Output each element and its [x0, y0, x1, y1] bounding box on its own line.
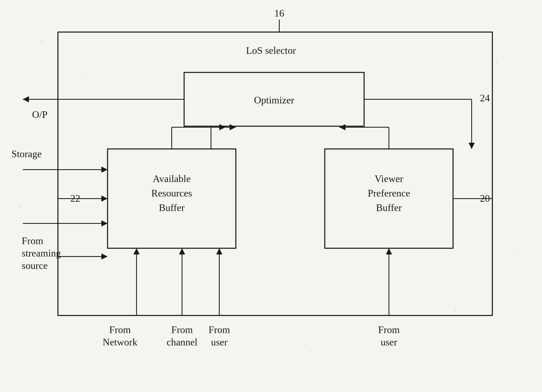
svg-point-43	[496, 61, 497, 63]
svg-point-41	[82, 72, 83, 73]
arb-label-3: Buffer	[159, 202, 184, 213]
op-label: O/P	[32, 109, 48, 120]
from-network-label-1: From	[109, 324, 131, 335]
from-channel-label-1: From	[171, 324, 193, 335]
svg-point-44	[455, 310, 456, 311]
from-user-vpb-label-1: From	[378, 324, 400, 335]
vpb-label-1: Viewer	[375, 173, 403, 184]
from-user-arb-label-2: user	[211, 337, 228, 348]
from-streaming-label-2: streaming	[22, 248, 61, 259]
diagram-container: LoS selector Optimizer Available Resourc…	[0, 0, 542, 392]
svg-point-42	[310, 351, 311, 352]
from-channel-label-2: channel	[167, 337, 197, 348]
ref-24: 24	[480, 93, 490, 103]
from-user-arb-label-1: From	[209, 324, 230, 335]
optimizer-label: Optimizer	[254, 95, 294, 105]
arb-label-1: Available	[153, 173, 190, 184]
vpb-label-2: Preference	[368, 188, 410, 199]
from-streaming-label-1: From	[22, 235, 43, 246]
ref-16: 16	[274, 8, 284, 19]
arb-label-2: Resources	[151, 188, 192, 199]
storage-label: Storage	[11, 148, 42, 159]
svg-point-45	[20, 206, 21, 207]
los-selector-label: LoS selector	[246, 45, 296, 56]
from-user-vpb-label-2: user	[381, 337, 397, 348]
svg-point-46	[517, 248, 518, 249]
vpb-label-3: Buffer	[376, 202, 402, 213]
svg-point-40	[41, 41, 42, 42]
from-network-label-2: Network	[103, 337, 137, 348]
from-streaming-label-3: source	[22, 260, 48, 271]
svg-rect-0	[0, 0, 542, 392]
